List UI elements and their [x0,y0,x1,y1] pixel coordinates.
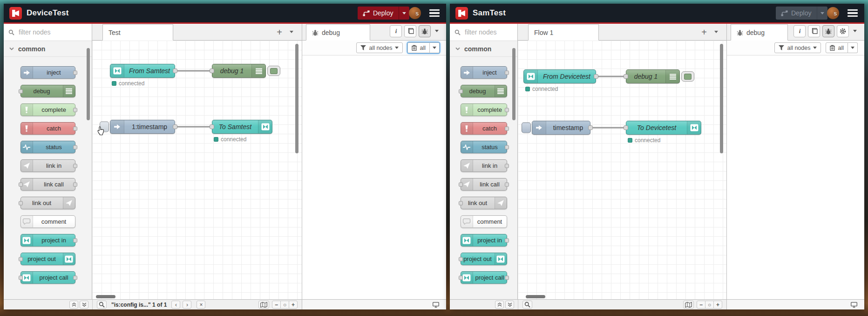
flow-canvas[interactable]: From Devicetest connected debug 1 timest… [518,41,726,299]
palette-scrollbar[interactable] [87,48,90,120]
sidebar-options-button[interactable] [851,25,859,37]
palette-scrollbar[interactable] [512,48,515,120]
canvas-hscrollbar[interactable] [96,295,115,298]
search-flows-button[interactable] [522,301,532,309]
zoom-out-button[interactable]: − [697,301,705,309]
palette-node-debug[interactable]: debug [20,85,75,97]
output-port[interactable] [588,125,593,130]
palette-collapse-button[interactable] [495,301,504,309]
flow-node-timestamp[interactable]: timestamp [532,121,590,135]
output-port[interactable] [505,238,509,242]
output-port[interactable] [505,182,509,186]
flow-tab[interactable]: Flow 1 [528,24,599,41]
palette-node-catch[interactable]: catch [20,122,75,135]
zoom-reset-button[interactable]: ○ [705,301,714,309]
user-menu[interactable]: s [834,7,840,19]
debug-filter-button[interactable]: all nodes [774,42,821,53]
flow-tab[interactable]: Test [102,24,173,41]
output-port[interactable] [505,164,509,168]
palette-node-project-in[interactable]: project in [20,234,75,247]
debug-clear-options-button[interactable] [430,42,440,53]
palette-node-status[interactable]: status [461,141,507,153]
zoom-out-button[interactable]: − [272,301,281,309]
input-port[interactable] [19,275,23,280]
deploy-options-button[interactable] [399,7,409,20]
palette-node-link-out[interactable]: link out [461,197,507,209]
palette-node-link-out[interactable]: link out [20,197,75,209]
input-port[interactable] [19,201,23,205]
sidebar-tab-debug[interactable]: debug [731,24,788,41]
input-port[interactable] [19,182,23,186]
output-port[interactable] [173,69,177,73]
debug-filter-button[interactable]: all nodes [356,42,403,53]
palette-expand-button[interactable] [80,301,88,309]
palette-node-link-call[interactable]: link call [20,178,75,191]
debug-pane-button[interactable] [822,25,834,37]
add-flow-button[interactable]: + [277,27,282,37]
debug-toggle-button[interactable] [681,71,694,82]
palette-node-catch[interactable]: catch [461,122,507,135]
output-port[interactable] [505,108,509,112]
palette-filter-input[interactable] [18,28,87,36]
deploy-main[interactable]: Deploy [358,7,399,20]
output-port[interactable] [73,70,77,75]
info-button[interactable]: i [793,25,806,37]
main-menu-button[interactable] [847,7,859,19]
flow-canvas[interactable]: From Samtest connected debug 1 1:timesta… [92,41,302,299]
help-button[interactable] [404,25,416,37]
flow-list-button[interactable] [714,31,718,33]
deploy-button[interactable]: Deploy [358,7,409,20]
flow-node-from-devicetest[interactable]: From Devicetest connected [523,69,596,83]
user-menu[interactable]: s [416,7,421,19]
palette-node-inject[interactable]: inject [461,66,507,79]
output-port[interactable] [505,275,509,280]
palette-node-project-call[interactable]: project call [461,271,507,284]
palette-category-common[interactable]: common [4,41,92,57]
output-port[interactable] [73,164,77,168]
input-port[interactable] [459,275,463,280]
output-port[interactable] [73,108,77,112]
palette-node-project-out[interactable]: project out [20,253,75,265]
input-port[interactable] [459,89,463,93]
open-debug-window-button[interactable] [431,301,441,309]
help-button[interactable] [808,25,820,37]
palette-node-status[interactable]: status [20,141,75,153]
input-port[interactable] [459,182,463,186]
output-port[interactable] [505,126,509,131]
debug-clear-button[interactable]: all [826,42,848,53]
flow-node-to-samtest[interactable]: To Samtest connected [212,120,272,134]
palette-node-debug[interactable]: debug [461,85,507,97]
main-menu-button[interactable] [428,7,441,19]
add-flow-button[interactable]: + [701,27,707,37]
output-port[interactable] [505,145,509,149]
input-port[interactable] [459,201,463,205]
input-port[interactable] [624,74,628,79]
open-debug-window-button[interactable] [849,301,859,309]
zoom-reset-button[interactable]: ○ [280,301,289,309]
input-port[interactable] [19,89,23,93]
palette-node-complete[interactable]: complete [20,103,75,116]
zoom-in-button[interactable]: + [289,301,298,309]
debug-toggle-button[interactable] [267,66,280,76]
output-port[interactable] [505,70,509,75]
palette-node-project-in[interactable]: project in [461,234,507,247]
palette-node-inject[interactable]: inject [20,66,75,79]
zoom-in-button[interactable]: + [713,301,722,309]
palette-node-complete[interactable]: complete [461,103,507,116]
inject-trigger-button[interactable] [522,123,531,133]
palette-node-link-call[interactable]: link call [461,178,507,191]
output-port[interactable] [73,238,77,242]
search-close-button[interactable]: × [197,301,205,309]
canvas-hscrollbar[interactable] [526,295,545,298]
canvas-vscrollbar[interactable] [295,44,298,153]
flow-node-from-samtest[interactable]: From Samtest connected [110,64,175,78]
palette-collapse-button[interactable] [69,301,78,309]
palette-filter-input[interactable] [464,28,513,36]
flow-node-debug-1[interactable]: debug 1 [212,64,266,78]
output-port[interactable] [173,124,177,129]
deploy-main[interactable]: Deploy [776,7,817,20]
output-port[interactable] [594,74,598,79]
search-flows-button[interactable] [97,301,107,309]
palette-node-link-in[interactable]: link in [20,159,75,172]
debug-clear-options-button[interactable] [848,42,858,53]
